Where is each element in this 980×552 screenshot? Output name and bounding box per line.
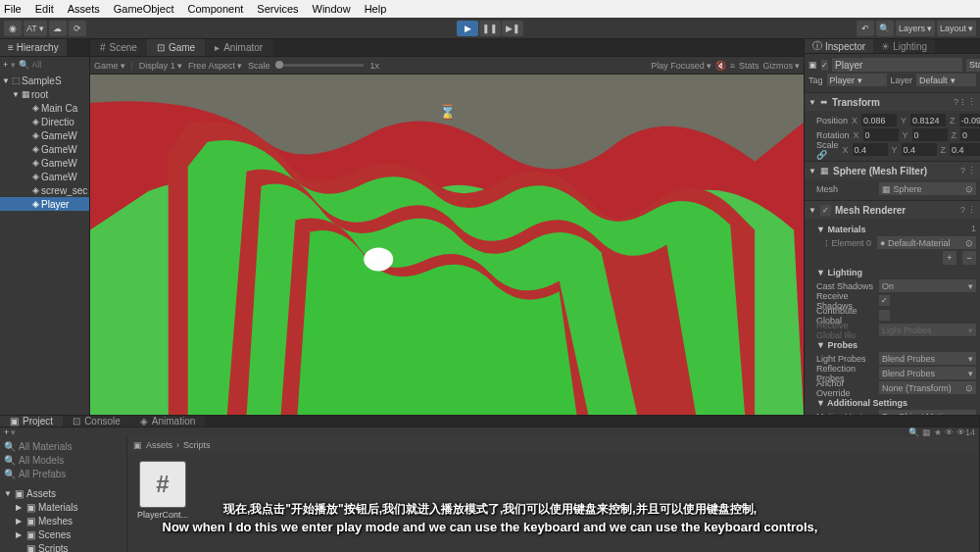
hierarchy-item[interactable]: ◈Main Ca: [0, 101, 89, 115]
animation-tab[interactable]: ◈ Animation: [130, 416, 205, 427]
material-slot[interactable]: ● Default-Material⊙: [877, 236, 976, 249]
search-icon[interactable]: 🔍: [876, 21, 894, 36]
at-dropdown[interactable]: AT▾: [24, 21, 47, 36]
pause-button[interactable]: ❚❚: [479, 21, 501, 36]
project-search-icon[interactable]: 🔍: [908, 427, 919, 437]
hierarchy-item[interactable]: ◈Player: [0, 197, 89, 211]
play-controls: ▶ ❚❚ ▶❚: [457, 21, 523, 36]
fav-item[interactable]: 🔍All Materials: [0, 439, 126, 453]
project-add-button[interactable]: +: [4, 427, 9, 437]
scale-slider[interactable]: [275, 64, 364, 67]
svg-point-2: [368, 249, 379, 259]
material-remove-button[interactable]: −: [962, 251, 976, 265]
play-button[interactable]: ▶: [457, 21, 478, 36]
scale-y[interactable]: [902, 143, 937, 156]
tag-dropdown[interactable]: Player ▾: [827, 74, 887, 86]
hierarchy-item[interactable]: ▼▦root: [0, 87, 89, 101]
menu-gameobject[interactable]: GameObject: [114, 3, 174, 15]
hierarchy-item[interactable]: ◈Directio: [0, 115, 89, 128]
project-star-icon[interactable]: ★: [934, 427, 942, 437]
rot-x[interactable]: [863, 128, 899, 141]
hierarchy-item[interactable]: ◈GameW: [0, 170, 89, 183]
preset-icon[interactable]: ⫶: [960, 97, 965, 107]
cast-shadows-dropdown[interactable]: On▾: [879, 279, 976, 292]
svg-point-1: [364, 247, 393, 271]
game-icon: ⊡: [157, 42, 165, 53]
contribute-gi-checkbox[interactable]: [879, 310, 890, 321]
meshfilter-header[interactable]: ▼▦ Sphere (Mesh Filter) ?⋮: [805, 162, 980, 179]
project-tab[interactable]: ▣ Project: [0, 416, 63, 427]
gizmos-dropdown[interactable]: Gizmos ▾: [762, 61, 800, 71]
hierarchy-item[interactable]: ◈screw_sec: [0, 183, 89, 197]
scale-x[interactable]: [853, 143, 888, 156]
mute-icon[interactable]: 🔇: [715, 61, 726, 71]
layers-dropdown[interactable]: Layers▾: [896, 21, 935, 36]
material-add-button[interactable]: +: [943, 251, 956, 265]
hierarchy-item[interactable]: ◈GameW: [0, 156, 89, 170]
transform-header[interactable]: ▼⬌ Transform ?⫶⋮: [805, 93, 980, 111]
menu-file[interactable]: File: [4, 3, 22, 15]
animator-tab[interactable]: ▸Animator: [205, 39, 272, 56]
hierarchy-item[interactable]: ◈GameW: [0, 128, 89, 142]
help-icon[interactable]: ?: [954, 97, 958, 107]
tag-label: Tag: [808, 75, 823, 85]
cube-icon: ▣: [808, 60, 817, 70]
menu-services[interactable]: Services: [257, 3, 298, 15]
project-filter-icon[interactable]: ▦: [922, 427, 931, 437]
rot-z[interactable]: [960, 128, 980, 141]
tree-item[interactable]: ▼▣Assets: [0, 486, 126, 500]
layout-dropdown[interactable]: Layout▾: [937, 21, 976, 36]
project-eye-icon[interactable]: 👁: [945, 427, 954, 437]
game-tab[interactable]: ⊡Game: [147, 39, 205, 56]
rot-y[interactable]: [912, 128, 948, 141]
step-button[interactable]: ▶❚: [502, 21, 523, 36]
static-dropdown[interactable]: Static ▾: [966, 59, 980, 72]
meshrenderer-enable[interactable]: ✓: [820, 205, 831, 216]
menu-window[interactable]: Window: [313, 3, 351, 15]
hierarchy-search[interactable]: 🔍 All: [19, 60, 86, 70]
cloud-icon[interactable]: ☁: [49, 21, 67, 36]
layer-dropdown[interactable]: Default ▾: [916, 74, 976, 86]
scene-tab[interactable]: #Scene: [90, 39, 147, 56]
meshrenderer-header[interactable]: ▼✓ Mesh Renderer ?⋮: [805, 201, 980, 219]
object-name-input[interactable]: [832, 58, 962, 72]
motion-vectors-dropdown[interactable]: Per Object Motion▾: [879, 410, 976, 415]
play-focused-dropdown[interactable]: Play Focused ▾: [651, 61, 711, 71]
menu-help[interactable]: Help: [365, 3, 387, 15]
hierarchy-add-button[interactable]: +: [3, 60, 8, 70]
game-mode-dropdown[interactable]: Game ▾: [94, 61, 125, 71]
pos-y[interactable]: [910, 114, 946, 126]
active-checkbox[interactable]: ✓: [821, 60, 828, 71]
aspect-dropdown[interactable]: Free Aspect ▾: [188, 61, 242, 71]
pos-z[interactable]: [959, 114, 980, 126]
history-icon[interactable]: ⟳: [69, 21, 86, 36]
menu-edit[interactable]: Edit: [35, 3, 54, 15]
project-breadcrumb[interactable]: ▣Assets›Scripts: [127, 437, 979, 453]
hierarchy-item[interactable]: ◈GameW: [0, 142, 89, 156]
fav-item[interactable]: 🔍All Models: [0, 453, 126, 467]
stats-toggle[interactable]: Stats: [739, 61, 760, 71]
menu-component[interactable]: Component: [187, 3, 243, 15]
light-probes-dropdown[interactable]: Blend Probes▾: [879, 352, 976, 365]
display-dropdown[interactable]: Display 1 ▾: [139, 61, 182, 71]
mesh-dropdown[interactable]: ▦ Sphere⊙: [879, 182, 976, 195]
inspector-tab[interactable]: ⓘ Inspector: [805, 39, 873, 53]
scale-label: Scale: [248, 61, 270, 71]
anchor-override-dropdown[interactable]: None (Transform)⊙: [879, 381, 976, 394]
hierarchy-item[interactable]: ▼⬚SampleS: [0, 74, 89, 87]
console-tab[interactable]: ⊡ Console: [63, 416, 130, 427]
hierarchy-tab[interactable]: ≡ Hierarchy: [0, 39, 67, 56]
account-icon[interactable]: ◉: [4, 21, 22, 36]
undo-icon[interactable]: ↶: [857, 21, 874, 36]
stats-info-icon[interactable]: ≡: [730, 61, 735, 71]
menu-assets[interactable]: Assets: [68, 3, 100, 15]
tree-item[interactable]: ▣Scripts: [0, 541, 126, 552]
game-viewport[interactable]: ⌛: [90, 75, 804, 415]
reflection-probes-dropdown[interactable]: Blend Probes▾: [879, 367, 976, 379]
lighting-tab[interactable]: ☀ Lighting: [873, 39, 935, 53]
menu-icon[interactable]: ⋮: [967, 97, 976, 107]
fav-item[interactable]: 🔍All Prefabs: [0, 467, 126, 480]
scale-z[interactable]: [950, 143, 980, 156]
pos-x[interactable]: [861, 114, 897, 126]
receive-shadows-checkbox[interactable]: ✓: [879, 295, 890, 306]
